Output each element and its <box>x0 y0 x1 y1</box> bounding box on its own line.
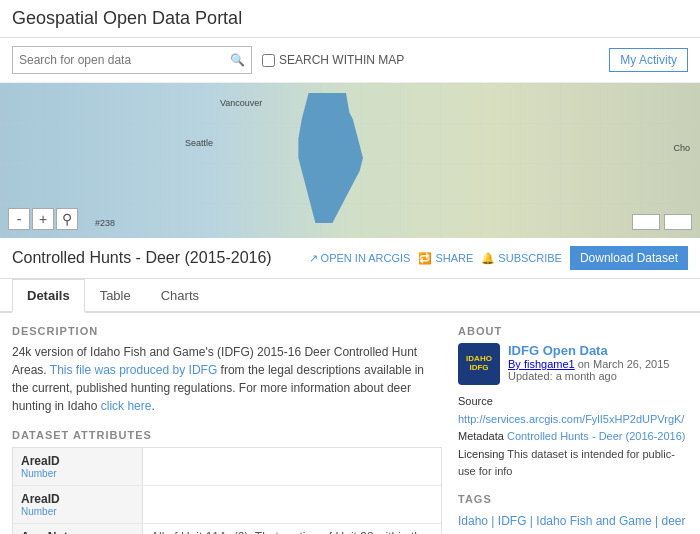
avatar: IDAHOIDFG <box>458 343 500 385</box>
site-header: Geospatial Open Data Portal <box>0 0 700 38</box>
zoom-extent-button[interactable]: ⚲ <box>56 208 78 230</box>
search-bar: 🔍 SEARCH WITHIN MAP My Activity <box>0 38 700 83</box>
attr-field-name-3: AreaNote <box>21 530 134 534</box>
about-org-name: IDFG Open Data <box>508 343 669 358</box>
left-column: DESCRIPTION 24k version of Idaho Fish an… <box>12 325 458 534</box>
metadata-link[interactable]: Controlled Hunts - Deer (2016-2016) <box>507 430 686 442</box>
avatar-inner: IDAHOIDFG <box>458 343 500 385</box>
zoom-in-button[interactable]: + <box>32 208 54 230</box>
tags-heading: TAGS <box>458 493 688 505</box>
map-label-vancouver: Vancouver <box>220 98 262 108</box>
attr-field-name-2: AreaID <box>21 492 134 506</box>
about-section: IDAHOIDFG IDFG Open Data By fishgame1 on… <box>458 343 688 481</box>
description-link2[interactable]: click here <box>101 399 152 413</box>
tag-item[interactable]: IDFG <box>498 514 527 528</box>
zoom-out-button[interactable]: - <box>8 208 30 230</box>
table-row: AreaNote Text All of Unit 11A. (2). That… <box>13 524 441 534</box>
attributes-heading: DATASET ATTRIBUTES <box>12 429 442 441</box>
main-content: DESCRIPTION 24k version of Idaho Fish an… <box>0 313 700 534</box>
attr-field-type-2: Number <box>21 506 134 517</box>
open-arcgis-link[interactable]: ↗ OPEN IN ARCGIS <box>309 252 411 265</box>
tag-item[interactable]: Idaho Fish and Game <box>536 514 651 528</box>
metadata-line: Metadata Controlled Hunts - Deer (2016-2… <box>458 428 688 446</box>
about-updated: Updated: a month ago <box>508 370 669 382</box>
search-within-checkbox[interactable] <box>262 54 275 67</box>
map-label-cho: Cho <box>673 143 690 153</box>
licensing-label: Licensing <box>458 448 504 460</box>
tag-item[interactable]: Idaho <box>458 514 488 528</box>
tab-table[interactable]: Table <box>85 279 146 313</box>
tag-item[interactable]: deer <box>662 514 686 528</box>
title-bar: Controlled Hunts - Deer (2015-2016) ↗ OP… <box>0 238 700 279</box>
metadata-label: Metadata <box>458 430 504 442</box>
site-title: Geospatial Open Data Portal <box>12 8 688 29</box>
about-user-row: IDAHOIDFG IDFG Open Data By fishgame1 on… <box>458 343 688 385</box>
open-arcgis-label: OPEN IN ARCGIS <box>321 252 411 264</box>
dataset-title: Controlled Hunts - Deer (2015-2016) <box>12 249 272 267</box>
attr-value-cell-3: All of Unit 11A. (2). That portion of Un… <box>143 524 441 534</box>
attr-value-cell-1 <box>143 448 441 485</box>
subscribe-label: SUBSCRIBE <box>498 252 562 264</box>
licensing-line: Licensing This dataset is intended for p… <box>458 446 688 481</box>
attr-name-cell-2: AreaID Number <box>13 486 143 523</box>
subscribe-link[interactable]: 🔔 SUBSCRIBE <box>481 252 562 265</box>
attr-field-type-1: Number <box>21 468 134 479</box>
source-url-link[interactable]: http://services.arcgis.com/FylI5xHP2dUPV… <box>458 413 684 425</box>
map-nav-right-btn[interactable] <box>664 214 692 230</box>
search-input[interactable] <box>19 53 230 67</box>
attr-name-cell-3: AreaNote Text <box>13 524 143 534</box>
tags-section: TAGS Idaho | IDFG | Idaho Fish and Game … <box>458 493 688 534</box>
my-activity-button[interactable]: My Activity <box>609 48 688 72</box>
subscribe-icon: 🔔 <box>481 252 495 265</box>
table-row: AreaID Number <box>13 448 441 486</box>
about-user-info: IDFG Open Data By fishgame1 on March 26,… <box>508 343 669 382</box>
map-nav-left[interactable] <box>632 214 660 230</box>
attr-field-name-1: AreaID <box>21 454 134 468</box>
share-link[interactable]: 🔁 SHARE <box>418 252 473 265</box>
source-line: Source http://services.arcgis.com/FylI5x… <box>458 393 688 428</box>
share-label: SHARE <box>435 252 473 264</box>
map-container: Vancouver Seattle Cho - + ⚲ #238 <box>0 83 700 238</box>
description-text: 24k version of Idaho Fish and Game's (ID… <box>12 343 442 415</box>
map-label-seattle: Seattle <box>185 138 213 148</box>
search-icon: 🔍 <box>230 53 245 67</box>
open-arcgis-icon: ↗ <box>309 252 318 265</box>
search-within-label: SEARCH WITHIN MAP <box>279 53 404 67</box>
about-meta: Source http://services.arcgis.com/FylI5x… <box>458 393 688 481</box>
about-username-date: By fishgame1 on March 26, 2015 <box>508 358 669 370</box>
download-button[interactable]: Download Dataset <box>570 246 688 270</box>
attr-value-cell-2 <box>143 486 441 523</box>
about-heading: ABOUT <box>458 325 688 337</box>
source-label: Source <box>458 395 493 407</box>
description-text-part3: . <box>151 399 154 413</box>
tab-details[interactable]: Details <box>12 279 85 313</box>
scale-bar: #238 <box>95 218 115 228</box>
tags-list: Idaho | IDFG | Idaho Fish and Game | dee… <box>458 511 688 534</box>
right-column: ABOUT IDAHOIDFG IDFG Open Data By fishga… <box>458 325 688 534</box>
about-date-text: on March 26, 2015 <box>578 358 670 370</box>
description-heading: DESCRIPTION <box>12 325 442 337</box>
table-row: AreaID Number <box>13 486 441 524</box>
attributes-table: AreaID Number AreaID Number AreaNote Tex… <box>12 447 442 534</box>
tabs: Details Table Charts <box>0 279 700 313</box>
search-within-map: SEARCH WITHIN MAP <box>262 53 404 67</box>
search-input-wrap[interactable]: 🔍 <box>12 46 252 74</box>
title-actions: ↗ OPEN IN ARCGIS 🔁 SHARE 🔔 SUBSCRIBE Dow… <box>309 246 688 270</box>
map-nav-right <box>632 214 692 230</box>
map-zoom-controls: - + ⚲ <box>8 208 78 230</box>
attr-name-cell-1: AreaID Number <box>13 448 143 485</box>
share-icon: 🔁 <box>418 252 432 265</box>
description-link1[interactable]: This file was produced by IDFG <box>50 363 217 377</box>
about-username-link[interactable]: By fishgame1 <box>508 358 575 370</box>
tab-charts[interactable]: Charts <box>146 279 214 313</box>
